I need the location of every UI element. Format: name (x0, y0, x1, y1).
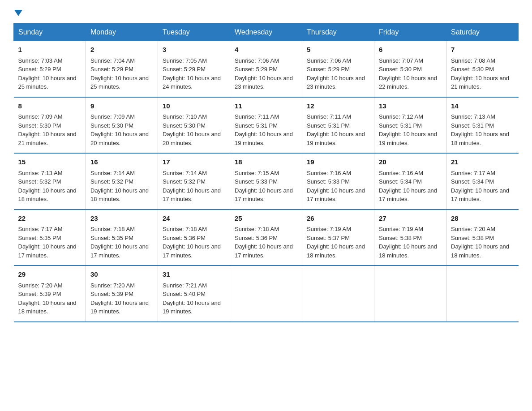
cell-content: Sunrise: 7:15 AMSunset: 5:33 PMDaylight:… (235, 170, 293, 203)
cell-content: Sunrise: 7:06 AMSunset: 5:29 PMDaylight:… (235, 57, 293, 90)
cell-content: Sunrise: 7:16 AMSunset: 5:34 PMDaylight:… (379, 170, 437, 203)
day-number: 28 (451, 214, 514, 224)
cell-content: Sunrise: 7:12 AMSunset: 5:31 PMDaylight:… (379, 113, 437, 146)
col-header-tuesday: Tuesday (158, 24, 230, 41)
cell-content: Sunrise: 7:13 AMSunset: 5:31 PMDaylight:… (451, 113, 509, 146)
day-number: 9 (90, 101, 153, 111)
day-number: 11 (235, 101, 297, 111)
calendar-cell: 26Sunrise: 7:19 AMSunset: 5:37 PMDayligh… (302, 210, 374, 266)
calendar-cell: 6Sunrise: 7:07 AMSunset: 5:30 PMDaylight… (374, 41, 446, 97)
calendar-cell: 1Sunrise: 7:03 AMSunset: 5:29 PMDaylight… (14, 41, 86, 97)
cell-content: Sunrise: 7:20 AMSunset: 5:39 PMDaylight:… (18, 282, 77, 315)
calendar-cell: 29Sunrise: 7:20 AMSunset: 5:39 PMDayligh… (14, 265, 86, 322)
calendar-cell: 16Sunrise: 7:14 AMSunset: 5:32 PMDayligh… (86, 153, 158, 210)
col-header-thursday: Thursday (302, 24, 374, 41)
calendar-cell: 22Sunrise: 7:17 AMSunset: 5:35 PMDayligh… (14, 210, 86, 266)
calendar-cell: 19Sunrise: 7:16 AMSunset: 5:33 PMDayligh… (302, 153, 374, 210)
cell-content: Sunrise: 7:11 AMSunset: 5:31 PMDaylight:… (307, 113, 365, 146)
calendar-cell: 2Sunrise: 7:04 AMSunset: 5:29 PMDaylight… (86, 41, 158, 97)
day-number: 14 (451, 101, 514, 111)
calendar-cell: 24Sunrise: 7:18 AMSunset: 5:36 PMDayligh… (158, 210, 230, 266)
calendar-cell: 9Sunrise: 7:09 AMSunset: 5:30 PMDaylight… (86, 97, 158, 154)
calendar-cell: 13Sunrise: 7:12 AMSunset: 5:31 PMDayligh… (374, 97, 446, 154)
cell-content: Sunrise: 7:16 AMSunset: 5:33 PMDaylight:… (307, 170, 365, 203)
day-number: 26 (307, 214, 369, 224)
col-header-monday: Monday (86, 24, 158, 41)
cell-content: Sunrise: 7:03 AMSunset: 5:29 PMDaylight:… (18, 57, 77, 90)
cell-content: Sunrise: 7:19 AMSunset: 5:37 PMDaylight:… (307, 226, 365, 259)
cell-content: Sunrise: 7:04 AMSunset: 5:29 PMDaylight:… (90, 57, 149, 90)
calendar-cell: 15Sunrise: 7:13 AMSunset: 5:32 PMDayligh… (14, 153, 86, 210)
calendar-cell: 30Sunrise: 7:20 AMSunset: 5:39 PMDayligh… (86, 265, 158, 322)
calendar-cell: 27Sunrise: 7:19 AMSunset: 5:38 PMDayligh… (374, 210, 446, 266)
cell-content: Sunrise: 7:18 AMSunset: 5:36 PMDaylight:… (163, 226, 221, 259)
day-number: 17 (163, 157, 225, 167)
calendar-cell: 11Sunrise: 7:11 AMSunset: 5:31 PMDayligh… (230, 97, 302, 154)
day-number: 23 (90, 214, 153, 224)
cell-content: Sunrise: 7:20 AMSunset: 5:38 PMDaylight:… (451, 226, 509, 259)
calendar-week-row: 15Sunrise: 7:13 AMSunset: 5:32 PMDayligh… (14, 153, 519, 210)
calendar-cell: 20Sunrise: 7:16 AMSunset: 5:34 PMDayligh… (374, 153, 446, 210)
day-number: 31 (163, 270, 225, 280)
day-number: 7 (451, 45, 514, 55)
day-number: 24 (163, 214, 225, 224)
cell-content: Sunrise: 7:09 AMSunset: 5:30 PMDaylight:… (18, 113, 77, 146)
cell-content: Sunrise: 7:05 AMSunset: 5:29 PMDaylight:… (163, 57, 221, 90)
day-number: 22 (18, 214, 82, 224)
day-number: 4 (235, 45, 297, 55)
day-number: 27 (379, 214, 442, 224)
day-number: 3 (163, 45, 225, 55)
calendar-cell: 7Sunrise: 7:08 AMSunset: 5:30 PMDaylight… (446, 41, 519, 97)
day-number: 19 (307, 157, 369, 167)
logo (13, 9, 22, 15)
calendar-cell: 25Sunrise: 7:18 AMSunset: 5:36 PMDayligh… (230, 210, 302, 266)
day-number: 6 (379, 45, 442, 55)
day-number: 10 (163, 101, 225, 111)
calendar-cell: 5Sunrise: 7:06 AMSunset: 5:29 PMDaylight… (302, 41, 374, 97)
cell-content: Sunrise: 7:18 AMSunset: 5:35 PMDaylight:… (90, 226, 149, 259)
calendar-header-row: SundayMondayTuesdayWednesdayThursdayFrid… (14, 24, 519, 41)
cell-content: Sunrise: 7:14 AMSunset: 5:32 PMDaylight:… (163, 170, 221, 203)
day-number: 29 (18, 270, 82, 280)
cell-content: Sunrise: 7:21 AMSunset: 5:40 PMDaylight:… (163, 282, 221, 315)
logo-arrow-icon (14, 9, 22, 17)
cell-content: Sunrise: 7:17 AMSunset: 5:35 PMDaylight:… (18, 226, 77, 259)
cell-content: Sunrise: 7:18 AMSunset: 5:36 PMDaylight:… (235, 226, 293, 259)
cell-content: Sunrise: 7:06 AMSunset: 5:29 PMDaylight:… (307, 57, 365, 90)
cell-content: Sunrise: 7:19 AMSunset: 5:38 PMDaylight:… (379, 226, 437, 259)
cell-content: Sunrise: 7:11 AMSunset: 5:31 PMDaylight:… (235, 113, 293, 146)
cell-content: Sunrise: 7:08 AMSunset: 5:30 PMDaylight:… (451, 57, 509, 90)
calendar-cell: 3Sunrise: 7:05 AMSunset: 5:29 PMDaylight… (158, 41, 230, 97)
calendar-cell: 8Sunrise: 7:09 AMSunset: 5:30 PMDaylight… (14, 97, 86, 154)
col-header-saturday: Saturday (446, 24, 519, 41)
calendar-cell: 31Sunrise: 7:21 AMSunset: 5:40 PMDayligh… (158, 265, 230, 322)
day-number: 18 (235, 157, 297, 167)
calendar-cell: 28Sunrise: 7:20 AMSunset: 5:38 PMDayligh… (446, 210, 519, 266)
calendar-cell: 21Sunrise: 7:17 AMSunset: 5:34 PMDayligh… (446, 153, 519, 210)
calendar-week-row: 29Sunrise: 7:20 AMSunset: 5:39 PMDayligh… (14, 265, 519, 322)
calendar-cell: 12Sunrise: 7:11 AMSunset: 5:31 PMDayligh… (302, 97, 374, 154)
calendar-cell (374, 265, 446, 322)
calendar-table: SundayMondayTuesdayWednesdayThursdayFrid… (13, 23, 519, 322)
cell-content: Sunrise: 7:10 AMSunset: 5:30 PMDaylight:… (163, 113, 221, 146)
calendar-cell (230, 265, 302, 322)
day-number: 25 (235, 214, 297, 224)
cell-content: Sunrise: 7:17 AMSunset: 5:34 PMDaylight:… (451, 170, 509, 203)
day-number: 8 (18, 101, 82, 111)
cell-content: Sunrise: 7:07 AMSunset: 5:30 PMDaylight:… (379, 57, 437, 90)
cell-content: Sunrise: 7:20 AMSunset: 5:39 PMDaylight:… (90, 282, 149, 315)
calendar-cell: 14Sunrise: 7:13 AMSunset: 5:31 PMDayligh… (446, 97, 519, 154)
cell-content: Sunrise: 7:13 AMSunset: 5:32 PMDaylight:… (18, 170, 77, 203)
cell-content: Sunrise: 7:09 AMSunset: 5:30 PMDaylight:… (90, 113, 149, 146)
day-number: 13 (379, 101, 442, 111)
day-number: 2 (90, 45, 153, 55)
calendar-cell: 18Sunrise: 7:15 AMSunset: 5:33 PMDayligh… (230, 153, 302, 210)
col-header-wednesday: Wednesday (230, 24, 302, 41)
day-number: 12 (307, 101, 369, 111)
day-number: 1 (18, 45, 82, 55)
col-header-friday: Friday (374, 24, 446, 41)
calendar-week-row: 8Sunrise: 7:09 AMSunset: 5:30 PMDaylight… (14, 97, 519, 154)
calendar-cell: 4Sunrise: 7:06 AMSunset: 5:29 PMDaylight… (230, 41, 302, 97)
day-number: 16 (90, 157, 153, 167)
cell-content: Sunrise: 7:14 AMSunset: 5:32 PMDaylight:… (90, 170, 149, 203)
